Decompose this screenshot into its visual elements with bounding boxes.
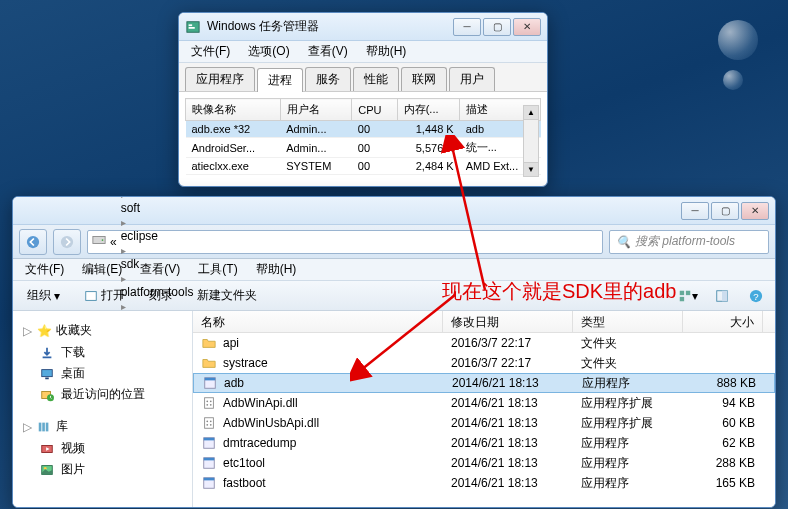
tab[interactable]: 性能 [353, 67, 399, 91]
navbar: « 软件安装 (D:) ▸ soft ▸ eclipse ▸ sdk ▸ pla… [13, 225, 775, 259]
close-button[interactable]: ✕ [741, 202, 769, 220]
scrollbar[interactable]: ▲▼ [523, 105, 539, 177]
exe-icon [202, 375, 218, 391]
menu-item[interactable]: 查看(V) [300, 41, 356, 62]
folder-icon [201, 355, 217, 371]
menu-item[interactable]: 查看(V) [132, 259, 188, 280]
toolbar: 组织 ▾ 打开 刻录 新建文件夹 ▾ ? [13, 281, 775, 311]
column-header[interactable]: CPU [352, 99, 397, 121]
back-button[interactable] [19, 229, 47, 255]
sidebar-item[interactable]: 视频 [17, 438, 188, 459]
breadcrumb-item[interactable]: eclipse [121, 229, 194, 243]
search-box[interactable]: 🔍 搜索 platform-tools [609, 230, 769, 254]
svg-rect-16 [42, 369, 53, 376]
svg-point-31 [206, 404, 208, 406]
svg-rect-10 [680, 296, 684, 300]
titlebar[interactable]: Windows 任务管理器 ─ ▢ ✕ [179, 13, 547, 41]
preview-button[interactable] [711, 286, 733, 306]
burn-button[interactable]: 刻录 [143, 284, 179, 307]
maximize-button[interactable]: ▢ [483, 18, 511, 36]
forward-button[interactable] [53, 229, 81, 255]
svg-point-35 [210, 420, 212, 422]
menu-item[interactable]: 文件(F) [17, 259, 72, 280]
menu-item[interactable]: 工具(T) [190, 259, 245, 280]
search-placeholder: 搜索 platform-tools [635, 233, 735, 250]
column-header[interactable]: 内存(... [397, 99, 460, 121]
new-folder-button[interactable]: 新建文件夹 [191, 284, 263, 307]
file-row[interactable]: api2016/3/7 22:17文件夹 [193, 333, 775, 353]
sidebar-item[interactable]: 图片 [17, 459, 188, 480]
minimize-button[interactable]: ─ [453, 18, 481, 36]
close-button[interactable]: ✕ [513, 18, 541, 36]
sidebar-item[interactable]: 下载 [17, 342, 188, 363]
tab[interactable]: 服务 [305, 67, 351, 91]
svg-point-37 [210, 424, 212, 426]
col-name: 名称 [193, 311, 443, 332]
svg-point-3 [27, 235, 39, 247]
view-button[interactable]: ▾ [677, 286, 699, 306]
svg-rect-41 [204, 458, 215, 461]
svg-point-29 [206, 400, 208, 402]
svg-point-30 [210, 400, 212, 402]
menubar: 文件(F)选项(O)查看(V)帮助(H) [179, 41, 547, 63]
drive-icon [92, 233, 106, 250]
file-row[interactable]: fastboot2014/6/21 18:13应用程序165 KB [193, 473, 775, 493]
favorites-header[interactable]: ▷⭐收藏夹 [17, 319, 188, 342]
tab[interactable]: 应用程序 [185, 67, 255, 91]
open-button[interactable]: 打开 [78, 284, 131, 307]
star-icon: ⭐ [36, 323, 52, 339]
libraries-header[interactable]: ▷库 [17, 415, 188, 438]
sidebar: ▷⭐收藏夹 下载桌面最近访问的位置 ▷库 视频图片 [13, 311, 193, 507]
svg-rect-1 [189, 24, 193, 26]
window-title: Windows 任务管理器 [207, 18, 447, 35]
process-row[interactable]: AndroidSer...Admin...005,576 K统一... [186, 138, 541, 158]
app-icon [185, 19, 201, 35]
task-manager-window: Windows 任务管理器 ─ ▢ ✕ 文件(F)选项(O)查看(V)帮助(H)… [178, 12, 548, 187]
exe-icon [201, 435, 217, 451]
column-header[interactable]: 映像名称 [186, 99, 281, 121]
sidebar-item[interactable]: 桌面 [17, 363, 188, 384]
svg-text:?: ? [753, 290, 758, 301]
organize-button[interactable]: 组织 ▾ [21, 284, 66, 307]
svg-point-4 [61, 235, 73, 247]
file-row[interactable]: dmtracedump2014/6/21 18:13应用程序62 KB [193, 433, 775, 453]
svg-point-34 [206, 420, 208, 422]
library-icon [36, 419, 52, 435]
svg-point-36 [206, 424, 208, 426]
menu-item[interactable]: 选项(O) [240, 41, 297, 62]
svg-rect-20 [39, 422, 42, 431]
minimize-button[interactable]: ─ [681, 202, 709, 220]
file-row[interactable]: AdbWinUsbApi.dll2014/6/21 18:13应用程序扩展60 … [193, 413, 775, 433]
tab[interactable]: 联网 [401, 67, 447, 91]
svg-rect-2 [189, 27, 195, 29]
address-bar[interactable]: « 软件安装 (D:) ▸ soft ▸ eclipse ▸ sdk ▸ pla… [87, 230, 603, 254]
menu-item[interactable]: 编辑(E) [74, 259, 130, 280]
maximize-button[interactable]: ▢ [711, 202, 739, 220]
menu-item[interactable]: 帮助(H) [358, 41, 415, 62]
process-row[interactable]: atieclxx.exeSYSTEM002,484 KAMD Ext... [186, 158, 541, 175]
file-row[interactable]: adb2014/6/21 18:13应用程序888 KB [193, 373, 775, 393]
menu-item[interactable]: 帮助(H) [248, 259, 305, 280]
svg-rect-15 [43, 356, 52, 358]
svg-point-6 [102, 239, 104, 241]
sidebar-item[interactable]: 最近访问的位置 [17, 384, 188, 405]
dll-icon [201, 395, 217, 411]
svg-rect-8 [680, 290, 684, 294]
breadcrumb-item[interactable]: soft [121, 201, 194, 215]
dll-icon [201, 415, 217, 431]
column-headers[interactable]: 名称 修改日期 类型 大小 [193, 311, 775, 333]
file-row[interactable]: AdbWinApi.dll2014/6/21 18:13应用程序扩展94 KB [193, 393, 775, 413]
process-row[interactable]: adb.exe *32Admin...001,448 Kadb [186, 121, 541, 138]
tab[interactable]: 用户 [449, 67, 495, 91]
menu-item[interactable]: 文件(F) [183, 41, 238, 62]
folder-icon [201, 335, 217, 351]
process-table: 映像名称用户名CPU内存(...描述 adb.exe *32Admin...00… [185, 98, 541, 175]
help-button[interactable]: ? [745, 286, 767, 306]
file-row[interactable]: systrace2016/3/7 22:17文件夹 [193, 353, 775, 373]
file-row[interactable]: etc1tool2014/6/21 18:13应用程序288 KB [193, 453, 775, 473]
column-header[interactable]: 用户名 [280, 99, 352, 121]
tab[interactable]: 进程 [257, 68, 303, 92]
svg-rect-9 [686, 290, 690, 294]
picture-icon [39, 462, 55, 478]
video-icon [39, 441, 55, 457]
